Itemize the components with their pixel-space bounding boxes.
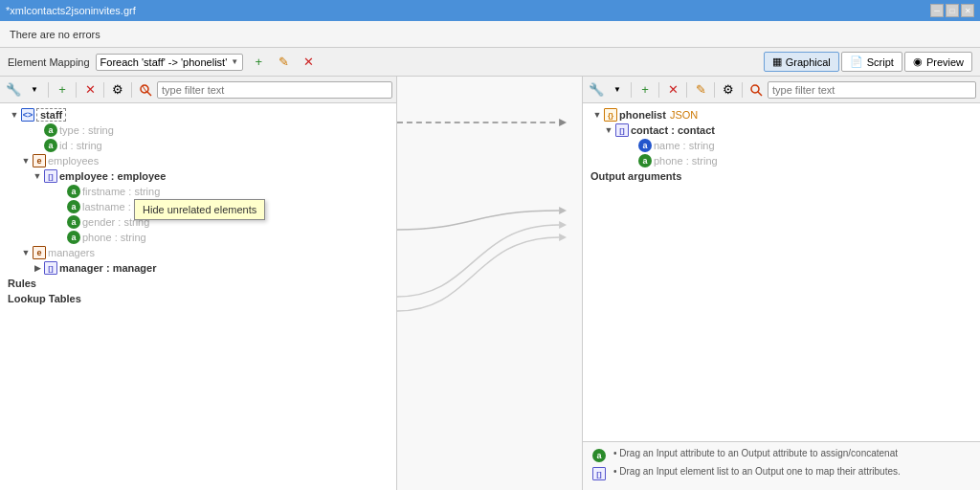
hint2-icon: []: [592, 467, 606, 480]
view-script-button[interactable]: 📄 Script: [841, 52, 902, 72]
left-filter-button[interactable]: [136, 80, 155, 100]
contact-label: contact : contact: [631, 124, 715, 136]
tree-item-contact[interactable]: ▼ [] contact : contact: [583, 122, 980, 138]
separator1: [48, 82, 49, 98]
type-label: type : string: [59, 124, 114, 136]
attr-icon-id: a: [44, 139, 57, 152]
tree-item-rules[interactable]: Rules: [0, 276, 396, 291]
manager-label: manager : manager: [59, 262, 156, 274]
error-bar: There are no errors: [0, 21, 980, 48]
tree-item-manager[interactable]: ▶ [] manager : manager: [0, 260, 396, 276]
name-label: name : string: [654, 140, 715, 151]
right-filter-icon: [749, 83, 763, 97]
view-buttons: ▦ Graphical 📄 Script ◉ Preview: [764, 52, 972, 72]
edit-mapping-button[interactable]: ✎: [274, 53, 293, 72]
close-window-button[interactable]: ✕: [961, 4, 974, 17]
left-remove-button[interactable]: ✕: [80, 80, 100, 100]
right-settings-button[interactable]: ⚙: [719, 80, 738, 100]
tree-item-phone-right[interactable]: a phone : string: [583, 153, 980, 168]
expand-managers[interactable]: ▼: [21, 248, 31, 257]
svg-line-2: [143, 86, 146, 92]
mapping-label: Element Mapping: [8, 56, 90, 68]
expand-contact[interactable]: ▼: [604, 125, 613, 135]
add-mapping-button[interactable]: +: [249, 53, 268, 72]
expand-employees[interactable]: ▼: [21, 156, 31, 166]
tree-item-name[interactable]: a name : string: [583, 138, 980, 153]
tree-item-id[interactable]: a id : string: [0, 138, 396, 153]
left-panel: 🔧 ▼ + ✕ ⚙ ▼ <> s: [0, 77, 397, 490]
separator4: [131, 82, 132, 98]
expand-id: [33, 141, 42, 150]
left-settings-button[interactable]: ⚙: [108, 80, 127, 100]
tree-item-phone-employee[interactable]: a phone : string: [0, 230, 396, 245]
right-edit-button[interactable]: ✎: [691, 80, 710, 100]
left-add-button[interactable]: +: [53, 80, 72, 100]
expand-staff[interactable]: ▼: [10, 110, 19, 120]
tree-item-employees[interactable]: ▼ e employees: [0, 153, 396, 168]
expand-manager[interactable]: ▶: [33, 263, 42, 273]
view-preview-button[interactable]: ◉ Preview: [904, 52, 972, 72]
delete-mapping-button[interactable]: ✕: [299, 53, 318, 72]
attr-icon-lastname: a: [67, 200, 80, 213]
svg-marker-4: [559, 119, 567, 126]
mapping-arrows: [397, 77, 582, 490]
window-controls[interactable]: ─ □ ✕: [930, 4, 974, 17]
expand-type: [33, 125, 42, 135]
phonelist-label: phonelist: [619, 109, 666, 121]
svg-line-9: [758, 92, 762, 96]
title-bar: *xmlcontacts2jsoninvites.grf ─ □ ✕: [0, 0, 980, 21]
right-toolbar: 🔧 ▼ + ✕ ✎ ⚙: [583, 77, 980, 103]
tree-item-type[interactable]: a type : string: [0, 122, 396, 138]
separator2: [76, 82, 77, 98]
mapping-select-container[interactable]: Foreach 'staff' -> 'phonelist' ▼: [96, 54, 244, 71]
tree-item-lookup[interactable]: Lookup Tables: [0, 291, 396, 306]
hint1-icon: a: [592, 449, 606, 462]
tree-item-managers[interactable]: ▼ e managers: [0, 245, 396, 260]
expand-phonelist[interactable]: ▼: [592, 110, 602, 120]
minimize-button[interactable]: ─: [930, 4, 944, 17]
tree-item-employee[interactable]: ▼ [] employee : employee: [0, 168, 396, 184]
view-graphical-button[interactable]: ▦ Graphical: [764, 52, 839, 72]
mapping-value: Foreach 'staff' -> 'phonelist': [100, 56, 228, 68]
hint1-text: • Drag an Input attribute to an Output a…: [613, 448, 898, 458]
elem-icon-employees: e: [33, 154, 46, 167]
id-label: id : string: [59, 140, 102, 151]
right-add-button[interactable]: +: [635, 80, 655, 100]
attr-icon-phone-employee: a: [67, 231, 80, 244]
contact-icon-manager: []: [44, 261, 57, 275]
right-remove-button[interactable]: ✕: [663, 80, 682, 100]
left-filter-input[interactable]: [157, 81, 392, 99]
svg-marker-7: [559, 234, 567, 241]
employee-label: employee : employee: [59, 170, 166, 182]
middle-panel: [397, 77, 583, 490]
right-sep3: [686, 82, 687, 98]
contact-icon-employee: []: [44, 169, 57, 183]
hints-area: a • Drag an Input attribute to an Output…: [583, 441, 980, 490]
svg-point-8: [751, 85, 759, 93]
left-tools-button[interactable]: 🔧: [4, 80, 23, 100]
maximize-button[interactable]: □: [946, 4, 959, 17]
svg-marker-5: [559, 207, 567, 214]
staff-border: staff: [36, 108, 66, 122]
phone-employee-label: phone : string: [82, 232, 146, 243]
right-tools-dropdown[interactable]: ▼: [608, 80, 627, 100]
separator3: [103, 82, 104, 98]
script-icon: 📄: [850, 56, 863, 68]
firstname-label: firstname : string: [82, 186, 160, 197]
expand-employee[interactable]: ▼: [33, 171, 42, 181]
graphical-icon: ▦: [772, 56, 782, 68]
dropdown-arrow-icon: ▼: [231, 57, 238, 66]
tree-item-staff[interactable]: ▼ <> staff: [0, 107, 396, 122]
right-tree: ▼ {} phonelist JSON ▼ [] contact : conta…: [583, 103, 980, 441]
left-dropdown-arrow[interactable]: ▼: [25, 80, 44, 100]
tree-item-phonelist[interactable]: ▼ {} phonelist JSON: [583, 107, 980, 122]
attr-icon-type: a: [44, 123, 57, 137]
right-filter-button[interactable]: [746, 80, 766, 100]
elem-icon-managers: e: [33, 246, 46, 259]
right-panel: 🔧 ▼ + ✕ ✎ ⚙ ▼ {} phonelis: [583, 77, 980, 490]
right-filter-input[interactable]: [768, 81, 976, 99]
hint2-text: • Drag an Input element list to an Outpu…: [613, 466, 901, 477]
right-sep1: [631, 82, 632, 98]
right-tools-button[interactable]: 🔧: [587, 80, 606, 100]
tree-item-firstname[interactable]: a firstname : string: [0, 184, 396, 199]
